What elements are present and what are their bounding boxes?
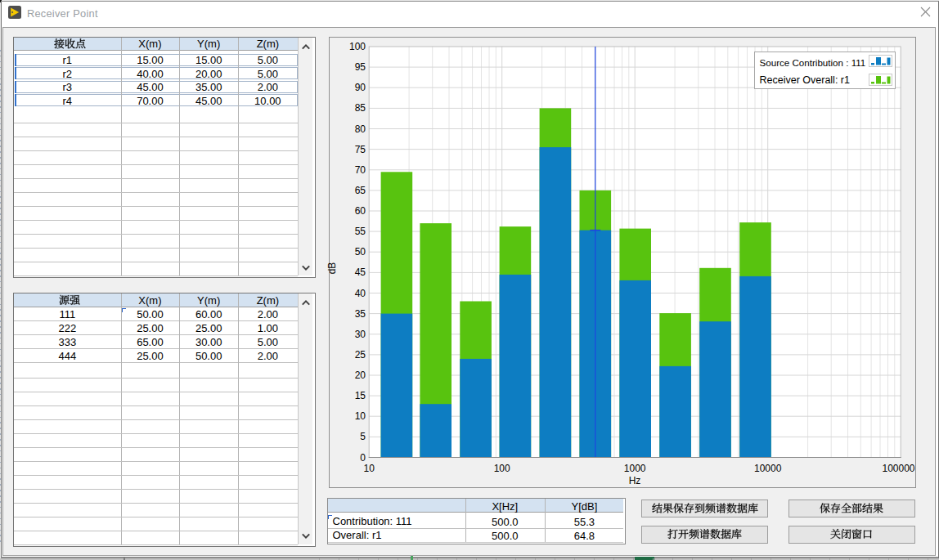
svg-text:25: 25	[355, 349, 366, 361]
svg-text:100000: 100000	[882, 463, 914, 474]
svg-text:50: 50	[355, 246, 366, 258]
svg-text:Hz: Hz	[629, 475, 641, 486]
svg-text:10: 10	[364, 463, 375, 474]
svg-text:5: 5	[360, 431, 366, 442]
svg-text:0: 0	[360, 452, 366, 464]
svg-text:20: 20	[355, 370, 366, 381]
svg-text:65: 65	[355, 185, 366, 196]
svg-text:70: 70	[355, 164, 366, 176]
svg-text:1000: 1000	[624, 463, 646, 474]
svg-text:95: 95	[355, 61, 366, 73]
svg-text:80: 80	[355, 123, 366, 135]
svg-text:90: 90	[355, 82, 366, 93]
svg-text:55: 55	[355, 226, 366, 237]
svg-text:100: 100	[349, 41, 366, 52]
svg-text:85: 85	[355, 102, 366, 114]
svg-text:75: 75	[355, 144, 366, 155]
svg-text:40: 40	[355, 288, 366, 299]
svg-text:45: 45	[355, 267, 366, 278]
svg-text:100: 100	[494, 463, 510, 474]
svg-text:10000: 10000	[754, 463, 782, 474]
svg-text:60: 60	[355, 205, 366, 217]
svg-text:30: 30	[355, 329, 366, 340]
svg-text:dB: dB	[326, 262, 338, 275]
svg-text:15: 15	[355, 390, 366, 401]
svg-text:35: 35	[355, 308, 366, 320]
svg-text:10: 10	[355, 410, 366, 422]
